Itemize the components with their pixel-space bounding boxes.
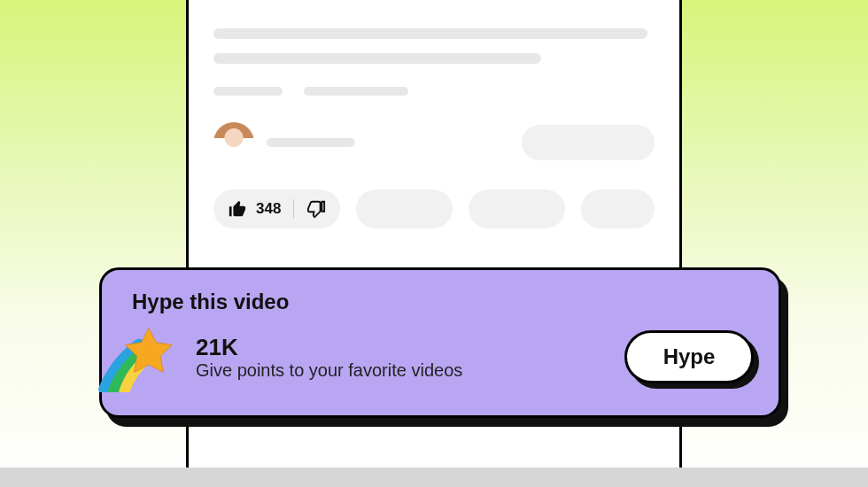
like-count: 348 bbox=[256, 200, 281, 218]
action-row: 348 bbox=[213, 189, 655, 228]
video-title-placeholder bbox=[213, 53, 541, 64]
like-dislike-group: 348 bbox=[213, 189, 340, 228]
action-button-placeholder[interactable] bbox=[581, 189, 655, 228]
video-meta-placeholder bbox=[304, 87, 408, 96]
hype-card: Hype this video 21K Give points to your … bbox=[99, 267, 781, 418]
channel-avatar[interactable] bbox=[213, 122, 254, 163]
subscribe-button-placeholder[interactable] bbox=[522, 125, 655, 160]
video-title-placeholder bbox=[213, 28, 647, 39]
video-meta-placeholder bbox=[213, 87, 283, 96]
channel-name-placeholder bbox=[267, 138, 355, 147]
hype-button[interactable]: Hype bbox=[624, 330, 754, 383]
video-meta-row bbox=[213, 87, 655, 96]
bottom-strip bbox=[0, 468, 868, 487]
thumbs-up-icon[interactable] bbox=[228, 199, 247, 219]
action-button-placeholder[interactable] bbox=[356, 189, 453, 228]
divider bbox=[293, 199, 294, 219]
channel-row bbox=[213, 122, 655, 163]
hype-button-label: Hype bbox=[663, 344, 716, 369]
thumbs-down-icon[interactable] bbox=[306, 199, 326, 219]
action-button-placeholder[interactable] bbox=[469, 189, 565, 228]
hype-title: Hype this video bbox=[132, 290, 754, 314]
shooting-star-icon bbox=[98, 323, 180, 392]
